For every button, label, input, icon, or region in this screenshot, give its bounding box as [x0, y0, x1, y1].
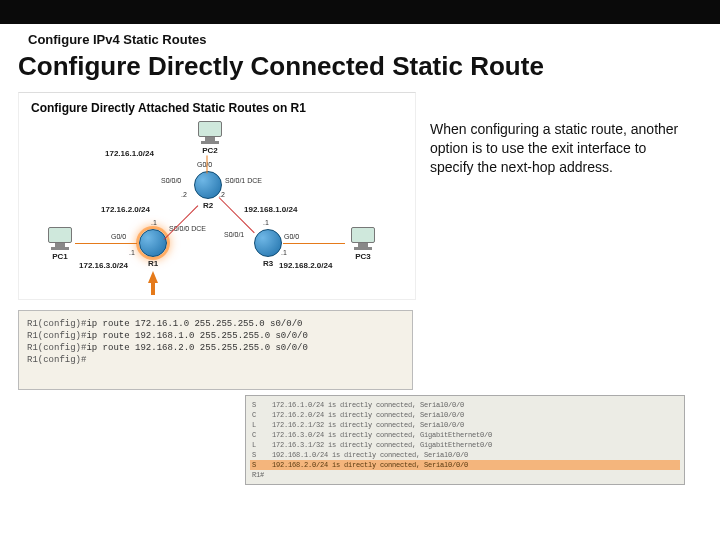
- router-r1-label: R1: [138, 259, 168, 268]
- link-pc2-r2: [207, 156, 208, 174]
- dot1c: .1: [129, 249, 135, 256]
- net-label-172-16-2: 172.16.2.0/24: [101, 205, 150, 214]
- rt-row: S 192.168.1.0/24 is directly connected, …: [250, 450, 680, 460]
- router-r2: [194, 171, 222, 199]
- net-label-172-16-1: 172.16.1.0/24: [105, 149, 154, 158]
- if-r2-g00: G0/0: [197, 161, 212, 168]
- body-paragraph: When configuring a static route, another…: [430, 120, 680, 177]
- section-title: Configure Directly Connected Static Rout…: [0, 51, 720, 92]
- diagram-title: Configure Directly Attached Static Route…: [19, 93, 415, 119]
- if-r3-s001: S0/0/1: [224, 231, 244, 238]
- link-r1-r2: [164, 205, 199, 240]
- if-r3-g00: G0/0: [284, 233, 299, 240]
- cli-line: R1(config)#: [27, 355, 404, 365]
- rt-row: C 172.16.2.0/24 is directly connected, S…: [250, 410, 680, 420]
- if-r1-g00: G0/0: [111, 233, 126, 240]
- link-r2-r3: [219, 197, 255, 233]
- rt-row: L 172.16.3.1/32 is directly connected, G…: [250, 440, 680, 450]
- pc-label: PC1: [41, 252, 79, 261]
- if-r2-s001: S0/0/1 DCE: [225, 177, 262, 184]
- cli-line: R1(config)#ip route 192.168.2.0 255.255.…: [27, 343, 404, 353]
- if-r2-s000: S0/0/0: [161, 177, 181, 184]
- link-r3-pc3: [283, 243, 345, 244]
- link-pc1-r1: [75, 243, 137, 244]
- topology: PC2 172.16.1.0/24 R2 G0/0 S0/0/0 S0/0/1 …: [19, 119, 415, 299]
- pc-label: PC2: [191, 146, 229, 155]
- cli-line: R1(config)#ip route 172.16.1.0 255.255.2…: [27, 319, 404, 329]
- rt-row: S 172.16.1.0/24 is directly connected, S…: [250, 400, 680, 410]
- net-label-172-16-3: 172.16.3.0/24: [79, 261, 128, 270]
- section-pre-title: Configure IPv4 Static Routes: [0, 24, 720, 51]
- highlight-arrow-stem: [151, 281, 155, 295]
- cli-output: R1(config)#ip route 172.16.1.0 255.255.2…: [18, 310, 413, 390]
- net-label-192-168-1: 192.168.1.0/24: [244, 205, 297, 214]
- rt-row: L 172.16.2.1/32 is directly connected, S…: [250, 420, 680, 430]
- rt-row-highlight: S 192.168.2.0/24 is directly connected, …: [250, 460, 680, 470]
- dot1b: .1: [263, 219, 269, 226]
- router-r1: [139, 229, 167, 257]
- rt-row: C 172.16.3.0/24 is directly connected, G…: [250, 430, 680, 440]
- route-table: S 172.16.1.0/24 is directly connected, S…: [245, 395, 685, 485]
- dot1a: .1: [151, 219, 157, 226]
- net-label-192-168-2: 192.168.2.0/24: [279, 261, 332, 270]
- diagram-panel: Configure Directly Attached Static Route…: [18, 92, 416, 300]
- pc3: PC3: [344, 227, 382, 267]
- pc1: PC1: [41, 227, 79, 267]
- dot2a: .2: [181, 191, 187, 198]
- rt-prompt: R1#: [250, 470, 680, 480]
- dot1d: .1: [281, 249, 287, 256]
- pc-label: PC3: [344, 252, 382, 261]
- cli-line: R1(config)#ip route 192.168.1.0 255.255.…: [27, 331, 404, 341]
- top-bar: [0, 0, 720, 24]
- router-r3: [254, 229, 282, 257]
- pc2: PC2: [191, 121, 229, 161]
